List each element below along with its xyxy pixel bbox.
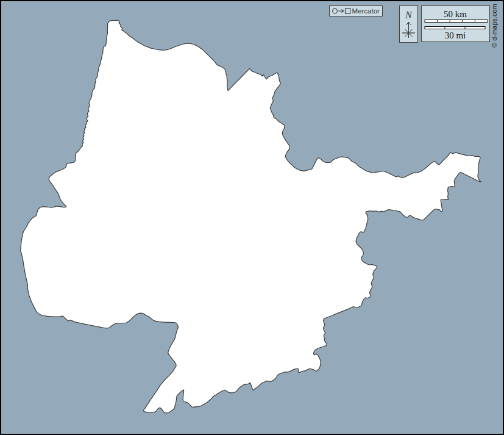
svg-text:50 km: 50 km (444, 9, 467, 19)
svg-text:30 mi: 30 mi (445, 31, 466, 40)
svg-text:Mercator: Mercator (352, 7, 380, 15)
svg-text:N: N (405, 10, 413, 20)
